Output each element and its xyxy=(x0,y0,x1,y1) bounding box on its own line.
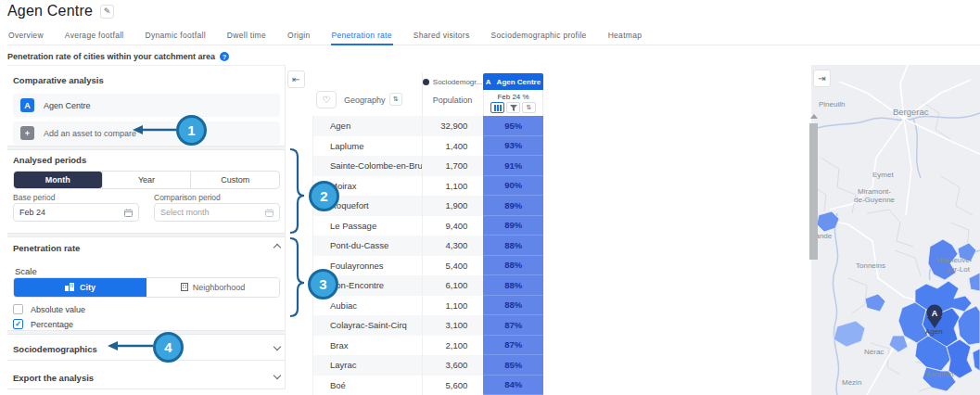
annotation-circle-2: 2 xyxy=(309,181,339,211)
table-row[interactable]: Foulayronnes5,40088% xyxy=(313,256,543,276)
column-view-toggle[interactable] xyxy=(490,102,504,113)
scale-option-neighborhood[interactable]: Neighborhood xyxy=(146,278,279,297)
tab-dwell-time[interactable]: Dwell time xyxy=(226,28,267,45)
section-divider xyxy=(7,330,286,335)
asset-row-agen-centre[interactable]: A Agen Centre xyxy=(13,94,280,117)
table-row[interactable]: Brax2,10087% xyxy=(313,336,543,356)
chevron-down-icon[interactable] xyxy=(274,372,281,379)
tab-penetration-rate[interactable]: Penetration rate xyxy=(331,28,393,45)
vertical-scrollbar[interactable] xyxy=(809,123,818,260)
chevron-down-icon[interactable] xyxy=(274,343,281,350)
map-label: sur-Lot xyxy=(947,265,971,274)
table-row[interactable]: Laplume1,40093% xyxy=(313,136,543,157)
section-divider xyxy=(7,233,286,237)
asset-column-header[interactable]: A Agen Centre xyxy=(483,73,543,90)
city-cell: Aubiac xyxy=(313,296,423,316)
population-cell: 5,600 xyxy=(423,376,484,395)
checkbox-unchecked[interactable] xyxy=(13,304,23,314)
period-option-month[interactable]: Month xyxy=(14,172,102,188)
edit-title-button[interactable]: ✎ xyxy=(100,5,114,19)
table-row[interactable]: Aubiac1,10088% xyxy=(313,296,543,316)
city-cell: Agen xyxy=(313,116,423,136)
absolute-value-checkbox-row[interactable]: Absolute value xyxy=(13,304,85,314)
table-row[interactable]: Boé5,60084% xyxy=(313,376,543,395)
city-cell: Boé xyxy=(313,376,423,395)
collapse-left-icon: ⇤ xyxy=(292,74,299,84)
tab-heatmap[interactable]: Heatmap xyxy=(607,28,643,45)
population-cell: 3,600 xyxy=(423,355,484,376)
base-period-label: Base period xyxy=(13,193,55,202)
asset-badge: A xyxy=(20,98,34,112)
period-option-custom[interactable]: Custom xyxy=(190,172,279,188)
collapse-right-icon: ⇥ xyxy=(818,73,825,83)
map-label: Miramont- xyxy=(858,187,891,196)
geography-sort-button[interactable]: ⇅ xyxy=(389,93,402,106)
geography-column-header: Geography xyxy=(344,96,386,105)
calendar-icon xyxy=(124,209,133,217)
population-cell: 1,700 xyxy=(423,156,484,176)
penetration-table: Agen32,90095%Laplume1,40093%Sainte-Colom… xyxy=(312,116,543,395)
map-label: Astaffort xyxy=(926,370,954,378)
map-panel[interactable]: PineuilhBergeracEymetMiramont-de-Guyenne… xyxy=(811,65,980,395)
table-row[interactable]: Sainte-Colombe-en-Bruilhois1,70091% xyxy=(313,156,543,176)
penetration-rate-section-title: Penetration rate xyxy=(13,243,80,253)
collapse-left-panel-button[interactable]: ⇤ xyxy=(287,70,305,88)
tab-dynamic-footfall[interactable]: Dynamic footfall xyxy=(145,28,207,45)
group-header-label: Sociodemogr... xyxy=(433,78,482,86)
population-cell: 32,900 xyxy=(423,116,484,136)
city-buildings-icon xyxy=(65,283,75,293)
tab-average-footfall[interactable]: Average footfall xyxy=(64,28,125,45)
period-option-year[interactable]: Year xyxy=(102,172,191,188)
section-divider xyxy=(7,146,286,150)
rate-cell: 91% xyxy=(483,156,543,176)
table-row[interactable]: Layrac3,60085% xyxy=(313,355,543,376)
table-row[interactable]: Agen32,90095% xyxy=(313,116,543,136)
base-period-input[interactable]: Feb 24 xyxy=(13,203,139,222)
scroll-up-arrow[interactable] xyxy=(810,114,818,119)
help-icon[interactable]: ? xyxy=(220,52,229,61)
map-label: Agen xyxy=(925,327,943,336)
chevron-up-icon[interactable] xyxy=(274,244,281,251)
percentage-checkbox-row[interactable]: ✓ Percentage xyxy=(13,319,73,329)
map-label: Pineuilh xyxy=(819,100,845,108)
page-title: Agen Centre xyxy=(7,3,93,19)
rate-cell: 87% xyxy=(483,336,543,356)
table-row[interactable]: Moirax1,10090% xyxy=(313,176,543,197)
filter-button[interactable] xyxy=(506,102,520,113)
calendar-icon xyxy=(265,209,274,217)
table-row[interactable]: Colayrac-Saint-Cirq3,10087% xyxy=(313,315,543,336)
table-row[interactable]: Pont-du-Casse4,30088% xyxy=(313,236,543,256)
divider xyxy=(7,389,286,389)
rate-cell: 89% xyxy=(483,216,543,236)
header: Agen Centre ✎ xyxy=(7,3,114,19)
tab-origin[interactable]: Origin xyxy=(286,28,311,45)
tab-overview[interactable]: Overview xyxy=(7,28,45,45)
collapse-map-panel-button[interactable]: ⇥ xyxy=(813,70,831,87)
rate-cell: 90% xyxy=(483,176,543,197)
favorites-button[interactable]: ♡ xyxy=(316,91,337,108)
column-toolbar: ⇅ xyxy=(483,102,543,113)
period-type-segmented: Month Year Custom xyxy=(13,171,280,189)
scale-label: Scale xyxy=(15,266,37,276)
asset-label: Agen Centre xyxy=(44,101,91,110)
table-row[interactable]: Bon-Encontre6,10088% xyxy=(313,275,543,296)
pencil-icon: ✎ xyxy=(104,6,111,16)
map-label: Mézin xyxy=(842,378,861,387)
tab-sociodemographic-profile[interactable]: Sociodemographic profile xyxy=(490,28,588,45)
column-sort-button[interactable]: ⇅ xyxy=(522,102,536,113)
checkbox-checked[interactable]: ✓ xyxy=(13,319,23,329)
sociodemographics-group-header[interactable]: Sociodemogr... xyxy=(422,78,483,86)
table-row[interactable]: Roquefort1,90089% xyxy=(313,196,543,216)
population-cell: 9,400 xyxy=(423,216,484,236)
table-row[interactable]: Le Passage9,40089% xyxy=(313,216,543,236)
sociodemographics-section[interactable]: Sociodemographics xyxy=(13,344,97,354)
comparison-period-input[interactable]: Select month xyxy=(154,203,280,222)
map-label: Nérac xyxy=(864,348,884,356)
annotation-braces xyxy=(290,149,304,316)
column-divider xyxy=(542,90,543,116)
export-section[interactable]: Export the analysis xyxy=(13,373,94,383)
tab-shared-visitors[interactable]: Shared visitors xyxy=(413,28,471,45)
scale-option-city[interactable]: City xyxy=(14,278,146,297)
rate-cell: 88% xyxy=(483,296,543,316)
add-asset-button[interactable]: + Add an asset to compare xyxy=(13,121,280,145)
